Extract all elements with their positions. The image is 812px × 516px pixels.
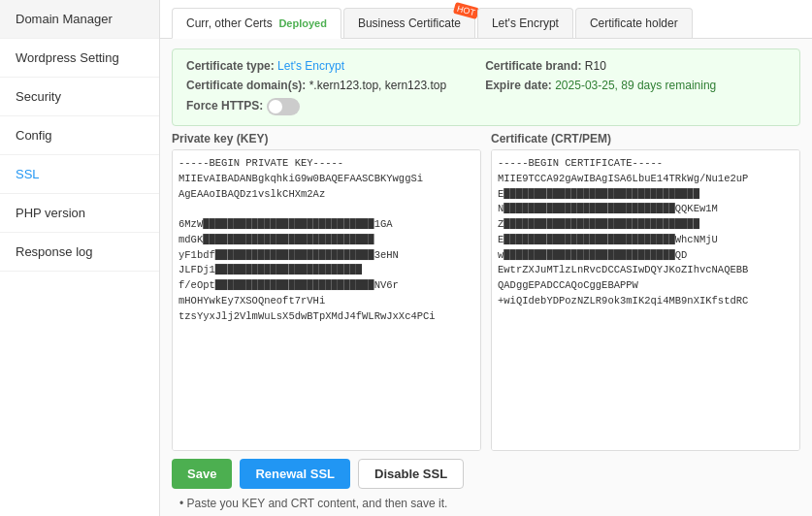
- force-https-toggle[interactable]: [267, 98, 300, 115]
- info-panel: Certificate type: Let's Encrypt Certific…: [172, 48, 800, 126]
- info-left: Certificate type: Let's Encrypt Certific…: [186, 59, 446, 115]
- sidebar-item-ssl[interactable]: SSL: [0, 155, 159, 194]
- button-row: Save Renewal SSL Disable SSL: [172, 459, 800, 489]
- expire-value: 2025-03-25, 89 days remaining: [555, 79, 716, 92]
- tab-business-certificate[interactable]: Business Certificate HOT: [343, 8, 475, 38]
- force-https-label: Force HTTPS:: [186, 99, 263, 113]
- expire-date-row: Expire date: 2025-03-25, 89 days remaini…: [485, 79, 716, 92]
- tab-label: Certificate holder: [590, 16, 678, 30]
- sidebar-item-php-version[interactable]: PHP version: [0, 194, 159, 233]
- tab-curr-other-certs[interactable]: Curr, other Certs Deployed: [172, 8, 341, 39]
- private-key-box: Private key (KEY) -----BEGIN PRIVATE KEY…: [172, 132, 481, 451]
- tab-label: Curr, other Certs: [186, 16, 273, 30]
- sidebar: Domain Manager Wordpress Setting Securit…: [0, 0, 160, 516]
- sidebar-item-wordpress-setting[interactable]: Wordpress Setting: [0, 39, 159, 78]
- sidebar-item-config[interactable]: Config: [0, 116, 159, 155]
- sidebar-item-response-log[interactable]: Response log: [0, 233, 159, 272]
- info-right: Certificate brand: R10 Expire date: 2025…: [485, 59, 716, 115]
- deployed-badge: Deployed: [278, 17, 327, 29]
- expire-label: Expire date:: [485, 79, 552, 92]
- main-content: Curr, other Certs Deployed Business Cert…: [160, 0, 812, 516]
- sidebar-item-label: SSL: [16, 167, 40, 181]
- tab-lets-encrypt[interactable]: Let's Encrypt: [477, 8, 573, 38]
- sidebar-item-label: Wordpress Setting: [16, 50, 119, 65]
- tab-certificate-holder[interactable]: Certificate holder: [575, 8, 693, 38]
- tab-bar: Curr, other Certs Deployed Business Cert…: [160, 0, 812, 39]
- cert-brand-value: R10: [585, 59, 606, 73]
- cert-type-row: Certificate type: Let's Encrypt: [186, 59, 446, 73]
- sidebar-item-label: Config: [16, 128, 52, 143]
- cert-domain-label: Certificate domain(s):: [186, 79, 306, 92]
- sidebar-item-label: Response log: [16, 244, 93, 259]
- save-button[interactable]: Save: [172, 459, 232, 489]
- certificate-label: Certificate (CRT/PEM): [491, 132, 800, 145]
- key-cert-area: Private key (KEY) -----BEGIN PRIVATE KEY…: [172, 132, 800, 451]
- private-key-area: -----BEGIN PRIVATE KEY----- MIIEvAIBADAN…: [172, 149, 481, 451]
- renewal-ssl-button[interactable]: Renewal SSL: [240, 459, 350, 489]
- sidebar-item-label: PHP version: [16, 206, 85, 220]
- cert-type-label: Certificate type:: [186, 59, 275, 73]
- certificate-textarea[interactable]: -----BEGIN CERTIFICATE----- MIIE9TCCA92g…: [492, 150, 799, 450]
- certificate-box: Certificate (CRT/PEM) -----BEGIN CERTIFI…: [491, 132, 800, 451]
- sidebar-item-domain-manager[interactable]: Domain Manager: [0, 0, 159, 39]
- cert-domain-row: Certificate domain(s): *.kern123.top, ke…: [186, 79, 446, 92]
- cert-type-value: Let's Encrypt: [277, 59, 344, 73]
- tab-label: Business Certificate: [358, 16, 461, 30]
- sidebar-item-label: Security: [16, 89, 61, 104]
- cert-brand-row: Certificate brand: R10: [485, 59, 716, 73]
- cert-brand-label: Certificate brand:: [485, 59, 581, 73]
- tab-label: Let's Encrypt: [492, 16, 559, 30]
- disable-ssl-button[interactable]: Disable SSL: [358, 459, 464, 489]
- certificate-area: -----BEGIN CERTIFICATE----- MIIE9TCCA92g…: [491, 149, 800, 451]
- force-https-row: Force HTTPS:: [186, 98, 446, 115]
- sidebar-item-label: Domain Manager: [16, 12, 113, 26]
- cert-domain-value: *.kern123.top, kern123.top: [309, 79, 446, 92]
- sidebar-item-security[interactable]: Security: [0, 78, 159, 116]
- private-key-textarea[interactable]: -----BEGIN PRIVATE KEY----- MIIEvAIBADAN…: [173, 150, 480, 450]
- private-key-label: Private key (KEY): [172, 132, 481, 145]
- hint-text: Paste you KEY and CRT content, and then …: [179, 497, 800, 510]
